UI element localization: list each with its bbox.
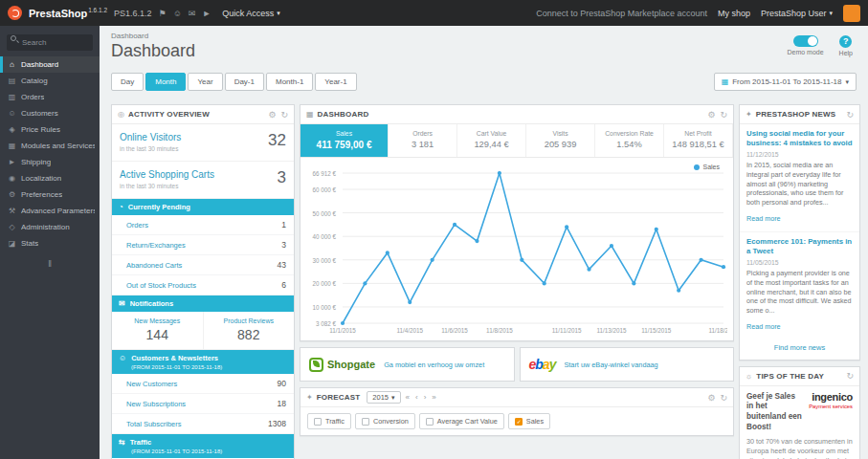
page-title: Dashboard bbox=[111, 41, 857, 61]
sidebar-item-icon: ☺ bbox=[8, 109, 16, 118]
period-button[interactable]: Year-1 bbox=[315, 73, 356, 91]
last-year-button[interactable]: » bbox=[431, 393, 436, 402]
sidebar-item[interactable]: ▤ Catalog bbox=[0, 73, 100, 89]
period-button[interactable]: Year bbox=[188, 73, 222, 91]
read-more-link[interactable]: Read more bbox=[746, 214, 781, 223]
forecast-metric-option[interactable]: Traffic bbox=[307, 413, 351, 429]
pending-row[interactable]: Out of Stock Products 6 bbox=[112, 275, 294, 295]
article-title-link[interactable]: Ecommerce 101: Payments in a Tweet bbox=[746, 237, 853, 256]
chart-legend[interactable]: Sales bbox=[694, 164, 720, 170]
kpi-cell[interactable]: Conversion Rate 1.54% bbox=[595, 124, 664, 157]
prev-year-button[interactable]: ‹ bbox=[414, 393, 419, 402]
forecast-year-select[interactable]: 2015 ▾ bbox=[367, 391, 400, 404]
customers-notification-icon[interactable]: ☺ bbox=[173, 9, 182, 18]
notification-column[interactable]: Product Reviews 882 bbox=[203, 312, 295, 349]
customers-row[interactable]: New Subscriptions 18 bbox=[112, 394, 294, 414]
sidebar-item[interactable]: ⌂ Dashboard bbox=[0, 56, 100, 73]
panel-tools: ⚙ ↻ bbox=[707, 393, 727, 403]
sidebar-item[interactable]: ◪ Stats bbox=[0, 235, 100, 251]
date-range-button[interactable]: ▦ From 2015-11-01 To 2015-11-18 ▾ bbox=[714, 73, 857, 91]
my-shop-link[interactable]: My shop bbox=[718, 9, 750, 18]
pending-row[interactable]: Abandoned Carts 43 bbox=[112, 255, 294, 275]
demo-mode-toggle[interactable] bbox=[793, 35, 818, 47]
shopgate-promo[interactable]: Shopgate Ga mobiel en verhoog uw omzet bbox=[300, 347, 515, 382]
sidebar-item[interactable]: ◇ Administration bbox=[0, 219, 100, 235]
next-year-button[interactable]: › bbox=[423, 393, 428, 402]
find-more-news-link[interactable]: Find more news bbox=[740, 339, 859, 360]
sidebar-item-icon: ◇ bbox=[8, 223, 16, 231]
messages-notification-icon[interactable]: ✉ bbox=[189, 9, 196, 18]
checkbox-icon bbox=[515, 418, 523, 426]
orders-notification-icon[interactable]: ⚑ bbox=[159, 9, 167, 18]
sidebar-item[interactable]: ▥ Orders bbox=[0, 89, 100, 105]
quick-access-menu[interactable]: Quick Access▾ bbox=[222, 9, 280, 18]
period-button[interactable]: Month-1 bbox=[266, 73, 313, 91]
envelope-icon: ✉ bbox=[119, 299, 125, 308]
refresh-icon[interactable]: ↻ bbox=[846, 110, 854, 120]
kpi-cell[interactable]: Net Profit 148 918,51 € bbox=[664, 124, 733, 157]
sidebar-item[interactable]: ▦ Modules and Services bbox=[0, 138, 100, 154]
forecast-metric-label: Traffic bbox=[325, 417, 345, 426]
panel-tools: ↻ bbox=[846, 110, 854, 120]
sidebar-collapse-button[interactable]: ‖ bbox=[0, 259, 100, 269]
sidebar-item[interactable]: ► Shipping bbox=[0, 154, 100, 170]
marketplace-link[interactable]: Connect to PrestaShop Marketplace accoun… bbox=[536, 9, 707, 18]
pending-row[interactable]: Orders 1 bbox=[112, 215, 294, 235]
article-title-link[interactable]: Using social media for your business: 4 … bbox=[746, 129, 853, 148]
sidebar-item[interactable]: ⚙ Preferences bbox=[0, 186, 100, 203]
sidebar-item[interactable]: ⚒ Advanced Parameters bbox=[0, 203, 100, 219]
kpi-cell[interactable]: Sales 411 759,00 € bbox=[300, 124, 389, 157]
period-button[interactable]: Day-1 bbox=[225, 73, 264, 91]
sidebar-item[interactable]: ☺ Customers bbox=[0, 105, 100, 121]
shopgate-promo-link[interactable]: Ga mobiel en verhoog uw omzet bbox=[384, 361, 484, 369]
refresh-icon[interactable]: ↻ bbox=[720, 110, 727, 120]
sidebar-item[interactable]: ◉ Localization bbox=[0, 170, 100, 186]
caret-down-icon: ▾ bbox=[845, 78, 849, 86]
refresh-icon[interactable]: ↻ bbox=[280, 110, 288, 120]
customers-row[interactable]: Total Subscribers 1308 bbox=[112, 414, 294, 434]
pending-row[interactable]: Return/Exchanges 3 bbox=[112, 235, 294, 255]
y-axis-tick-label: 66 912 € bbox=[312, 170, 336, 177]
kpi-value: 1.54% bbox=[597, 140, 661, 149]
forecast-metric-label: Average Cart Value bbox=[437, 417, 498, 426]
forecast-panel-icon: ✦ bbox=[306, 393, 313, 402]
settings-icon[interactable]: ⚙ bbox=[268, 110, 276, 120]
user-menu[interactable]: PrestaShop User▾ bbox=[761, 9, 833, 18]
pending-row-label: Out of Stock Products bbox=[126, 281, 196, 290]
help-label: Help bbox=[839, 50, 853, 56]
settings-icon[interactable]: ⚙ bbox=[707, 110, 715, 120]
ebay-promo-link[interactable]: Start uw eBay-winkel vandaag bbox=[564, 361, 657, 369]
breadcrumb: Dashboard bbox=[111, 32, 857, 40]
refresh-icon[interactable]: ↻ bbox=[720, 393, 727, 403]
customers-row[interactable]: New Customers 90 bbox=[112, 374, 294, 394]
kpi-cell[interactable]: Cart Value 129,44 € bbox=[457, 124, 526, 157]
period-button[interactable]: Month bbox=[145, 73, 186, 91]
active-carts-sub: in the last 30 minutes bbox=[120, 183, 214, 189]
period-button[interactable]: Day bbox=[111, 73, 144, 91]
ebay-promo[interactable]: ebay Start uw eBay-winkel vandaag bbox=[520, 347, 735, 382]
sidebar-item[interactable]: ◈ Price Rules bbox=[0, 121, 100, 138]
first-year-button[interactable]: « bbox=[405, 393, 411, 402]
help-icon[interactable]: ? bbox=[839, 35, 852, 48]
kpi-cell[interactable]: Orders 3 181 bbox=[389, 124, 457, 157]
pending-row-value: 1 bbox=[281, 220, 286, 230]
read-more-link[interactable]: Read more bbox=[746, 322, 781, 331]
user-avatar[interactable] bbox=[843, 5, 860, 22]
onboarding-icon[interactable]: ► bbox=[202, 9, 211, 18]
active-carts-link[interactable]: Active Shopping Carts bbox=[120, 169, 214, 180]
checkbox-icon bbox=[314, 418, 322, 426]
kpi-cell[interactable]: Visits 205 939 bbox=[526, 124, 595, 157]
search-input[interactable] bbox=[7, 34, 93, 51]
prestashop-logo-icon[interactable] bbox=[8, 6, 22, 20]
sidebar-item-label: Shipping bbox=[21, 158, 51, 166]
online-visitors-link[interactable]: Online Visitors bbox=[120, 132, 181, 142]
tip-body: 30 tot 70% van de consumenten in Europa … bbox=[746, 437, 853, 459]
forecast-metric-option[interactable]: Sales bbox=[508, 413, 550, 429]
forecast-metric-option[interactable]: Conversion bbox=[355, 413, 415, 429]
settings-icon[interactable]: ⚙ bbox=[707, 393, 715, 403]
forecast-metric-option[interactable]: Average Cart Value bbox=[419, 413, 504, 429]
refresh-icon[interactable]: ↻ bbox=[846, 371, 854, 381]
notification-column[interactable]: New Messages 144 bbox=[112, 312, 203, 349]
notification-value: 882 bbox=[206, 327, 293, 342]
online-visitors-value: 32 bbox=[268, 132, 286, 148]
